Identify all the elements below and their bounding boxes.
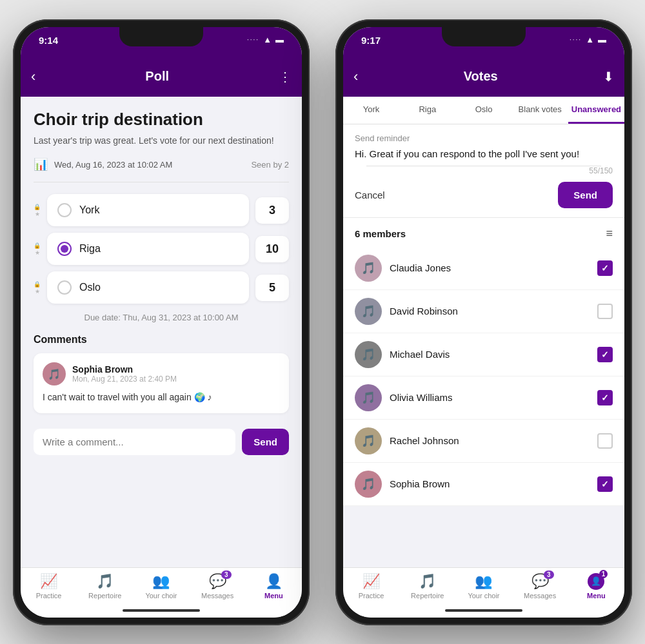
option-riga-count: 10 bbox=[255, 236, 289, 262]
poll-date: Wed, Aug 16, 2023 at 10:02 AM bbox=[54, 160, 244, 170]
nav-menu[interactable]: 👤 Menu bbox=[253, 573, 294, 600]
practice-label: Practice bbox=[36, 592, 62, 600]
avatar-olivia: 🎵 bbox=[355, 384, 382, 411]
choir-label2: Your choir bbox=[468, 592, 499, 600]
home-indicator2 bbox=[343, 603, 624, 618]
lock-star-riga: 🔒★ bbox=[34, 242, 41, 256]
member-claudia: 🎵 Claudia Jones bbox=[343, 247, 624, 290]
status-icons-poll: ···· ▲ ▬ bbox=[247, 35, 284, 44]
comment-meta: Sophia Brown Mon, Aug 21, 2023 at 2:40 P… bbox=[72, 364, 177, 384]
battery-icon: ▬ bbox=[275, 35, 284, 44]
avatar-michael: 🎵 bbox=[355, 341, 382, 368]
due-date: Due date: Thu, Aug 31, 2023 at 10:00 AM bbox=[34, 313, 289, 322]
signal-icon2: ···· bbox=[570, 36, 582, 43]
votes-nav-repertoire[interactable]: 🎵 Repertoire bbox=[407, 573, 448, 600]
notch2 bbox=[442, 27, 526, 46]
wifi-icon2: ▲ bbox=[586, 35, 594, 44]
member-michael: 🎵 Michael Davis bbox=[343, 333, 624, 376]
cancel-reminder-button[interactable]: Cancel bbox=[355, 190, 385, 200]
back-button[interactable]: ‹ bbox=[31, 66, 41, 88]
lock-star-oslo: 🔒★ bbox=[34, 281, 41, 295]
option-riga[interactable]: Riga bbox=[47, 233, 249, 265]
menu-button[interactable]: ⋮ bbox=[273, 66, 292, 87]
menu-label2: Menu bbox=[587, 592, 606, 600]
tab-unanswered[interactable]: Unanswered bbox=[568, 97, 624, 124]
votes-content: Send reminder Hi. Great if you can respo… bbox=[343, 124, 624, 567]
signal-icon: ···· bbox=[247, 36, 259, 43]
commenter-name: Sophia Brown bbox=[72, 364, 177, 375]
list-view-icon[interactable]: ≡ bbox=[606, 227, 613, 240]
checkbox-david[interactable] bbox=[597, 304, 613, 319]
poll-icon: 📊 bbox=[34, 157, 48, 171]
member-claudia-name: Claudia Jones bbox=[390, 262, 590, 273]
status-bar-votes: 9:17 ···· ▲ ▬ bbox=[343, 27, 624, 59]
menu-badge: 1 bbox=[599, 570, 608, 578]
status-time-votes: 9:17 bbox=[361, 35, 381, 46]
comment-input-row: Send bbox=[21, 421, 302, 464]
commenter-avatar: 🎵 bbox=[43, 362, 66, 385]
comment-send-button[interactable]: Send bbox=[242, 429, 289, 455]
nav-messages[interactable]: 💬3 Messages bbox=[197, 573, 238, 600]
nav-choir[interactable]: 👥 Your choir bbox=[141, 573, 182, 600]
votes-bottom-nav: 📈 Practice 🎵 Repertoire 👥 Your choir 💬3 … bbox=[343, 567, 624, 603]
checkbox-claudia[interactable] bbox=[597, 260, 613, 276]
status-time-poll: 9:14 bbox=[39, 35, 58, 46]
checkbox-rachel[interactable] bbox=[597, 433, 613, 449]
radio-riga[interactable] bbox=[57, 242, 72, 256]
comment-card-sophia: 🎵 Sophia Brown Mon, Aug 21, 2023 at 2:40… bbox=[34, 353, 289, 413]
poll-question-title: Choir trip destination bbox=[34, 110, 289, 130]
votes-tabs: York Riga Oslo Blank votes Unanswered bbox=[343, 97, 624, 124]
members-header: 6 members ≡ bbox=[343, 218, 624, 247]
menu-label: Menu bbox=[264, 592, 283, 600]
option-oslo-label: Oslo bbox=[79, 282, 101, 293]
lock-star-york: 🔒★ bbox=[34, 204, 41, 217]
comment-input[interactable] bbox=[34, 429, 235, 455]
votes-nav-practice[interactable]: 📈 Practice bbox=[351, 573, 392, 600]
notch bbox=[119, 27, 203, 46]
votes-nav-messages[interactable]: 💬3 Messages bbox=[519, 573, 561, 600]
option-riga-label: Riga bbox=[79, 243, 101, 255]
poll-header: ‹ Poll ⋮ bbox=[21, 59, 302, 97]
home-indicator bbox=[21, 603, 302, 618]
battery-icon2: ▬ bbox=[598, 35, 606, 44]
char-count: 55/150 bbox=[355, 166, 613, 175]
tab-blank-votes[interactable]: Blank votes bbox=[512, 97, 568, 124]
votes-screen: 9:17 ···· ▲ ▬ ‹ Votes ⬇ York Riga Oslo B… bbox=[343, 27, 624, 618]
checkbox-sophia[interactable] bbox=[597, 476, 613, 492]
nav-repertoire[interactable]: 🎵 Repertoire bbox=[84, 573, 126, 600]
repertoire-icon: 🎵 bbox=[96, 573, 114, 590]
votes-title: Votes bbox=[363, 69, 598, 84]
send-reminder-button[interactable]: Send bbox=[558, 182, 613, 208]
nav-practice[interactable]: 📈 Practice bbox=[28, 573, 70, 600]
choir-label: Your choir bbox=[145, 592, 177, 600]
member-sophia: 🎵 Sophia Brown bbox=[343, 463, 624, 506]
tab-oslo[interactable]: Oslo bbox=[455, 97, 511, 124]
votes-nav-choir[interactable]: 👥 Your choir bbox=[463, 573, 504, 600]
avatar-rachel: 🎵 bbox=[355, 427, 382, 454]
messages-label2: Messages bbox=[524, 592, 556, 600]
votes-nav-menu[interactable]: 👤 1 Menu bbox=[575, 573, 617, 600]
reminder-section: Send reminder Hi. Great if you can respo… bbox=[343, 124, 624, 218]
radio-york[interactable] bbox=[57, 203, 72, 217]
checkbox-olivia[interactable] bbox=[597, 390, 613, 405]
reminder-text: Hi. Great if you can respond to the poll… bbox=[355, 147, 613, 161]
status-icons-votes: ···· ▲ ▬ bbox=[570, 35, 606, 44]
tab-riga[interactable]: Riga bbox=[399, 97, 455, 124]
repertoire-label2: Repertoire bbox=[411, 592, 444, 600]
members-count: 6 members bbox=[355, 228, 406, 239]
checkbox-michael[interactable] bbox=[597, 347, 613, 362]
poll-meta: 📊 Wed, Aug 16, 2023 at 10:02 AM Seen by … bbox=[34, 157, 289, 182]
poll-content: Choir trip destination Last year's trip … bbox=[21, 97, 302, 567]
phone-poll: 9:14 ···· ▲ ▬ ‹ Poll ⋮ Choir trip destin… bbox=[13, 19, 310, 625]
reminder-actions: Cancel Send bbox=[355, 182, 613, 208]
votes-download-button[interactable]: ⬇ bbox=[598, 66, 614, 87]
tab-york[interactable]: York bbox=[343, 97, 399, 124]
option-york-row: 🔒★ York 3 bbox=[34, 194, 289, 226]
votes-back-button[interactable]: ‹ bbox=[353, 66, 363, 88]
option-york[interactable]: York bbox=[47, 194, 249, 226]
reminder-label: Send reminder bbox=[355, 133, 613, 143]
radio-oslo[interactable] bbox=[57, 280, 72, 295]
option-oslo[interactable]: Oslo bbox=[47, 271, 249, 304]
choir-icon: 👥 bbox=[152, 573, 170, 590]
messages-badge2: 3 bbox=[544, 571, 554, 579]
